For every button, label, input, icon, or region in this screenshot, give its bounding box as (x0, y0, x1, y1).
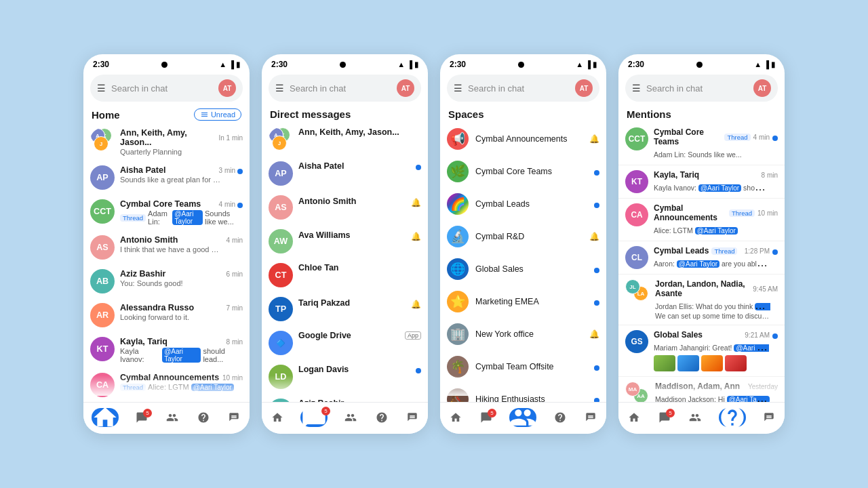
space-item[interactable]: 🔬 Cymbal R&D 🔔 (440, 220, 606, 253)
nav-item-compose[interactable] (762, 410, 776, 425)
battery-icon: ▮ (593, 60, 597, 69)
chat-item[interactable]: CCT Cymbal Core Teams 4 min Thread Adam … (83, 195, 250, 230)
mention-item[interactable]: CL Cymbal Leads Thread 1:28 PM Aaron: @A… (618, 241, 785, 274)
search-bar[interactable]: ☰ Search in chat AT (269, 75, 421, 102)
chat-name: Google Drive (298, 331, 351, 340)
menu-icon[interactable]: ☰ (275, 83, 284, 94)
thread-badge: Thread (120, 214, 146, 222)
space-name: Cymbal R&D (475, 232, 583, 241)
menu-icon[interactable]: ☰ (454, 83, 462, 94)
space-item[interactable]: 🌈 Cymbal Leads (440, 188, 606, 220)
nav-item-mentions[interactable] (196, 410, 211, 425)
nav-item-mentions[interactable] (374, 410, 389, 425)
user-avatar[interactable]: AT (397, 79, 414, 97)
search-bar[interactable]: ☰ Search in chat AT (625, 75, 778, 102)
chat-name: Ava Williams (298, 230, 351, 240)
mention-tag: @Aari Taylor (698, 184, 741, 192)
nav-item-people[interactable] (165, 410, 180, 425)
nav-item-home[interactable] (92, 408, 119, 427)
chat-content: Cymbal Announcements 10 min Thread Alice… (120, 373, 243, 391)
bell-icon[interactable]: 🔔 (411, 198, 421, 207)
chat-item[interactable]: AS Antonio Smith 4 min I think that we h… (83, 230, 250, 264)
nav-item-home[interactable] (448, 410, 463, 425)
space-icon: 🌿 (447, 161, 469, 182)
chat-name: Ann, Keith, Amy, Jason... (120, 128, 216, 147)
space-item[interactable]: 🌴 Cymbal Team Offsite (440, 350, 606, 383)
space-item[interactable]: 🥾 Hiking Enthusiasts (440, 383, 606, 402)
nav-item-chat[interactable]: 5 (300, 408, 328, 427)
chat-item[interactable]: AW Ava Williams 🔔 (262, 224, 428, 258)
chat-item[interactable]: TP Tariq Pakzad 🔔 (262, 292, 428, 326)
space-item[interactable]: ⭐ Marketing EMEA (440, 285, 606, 318)
nav-item-compose[interactable] (583, 410, 598, 425)
chat-item[interactable]: 🔷 Google Drive App (262, 326, 428, 360)
nav-item-mentions[interactable] (719, 408, 746, 427)
chat-name: Aziz Bashir (298, 399, 344, 402)
nav-item-people[interactable] (688, 410, 703, 425)
space-item[interactable]: 📢 Cymbal Announcements 🔔 (440, 123, 606, 155)
chat-name: Chloe Tan (298, 263, 339, 272)
chat-item[interactable]: AR Alessandra Russo 7 min Looking forwar… (83, 298, 250, 332)
bell-icon[interactable]: 🔔 (589, 134, 599, 144)
chat-content: Google Drive App (298, 331, 421, 341)
nav-item-home[interactable] (627, 410, 642, 425)
space-name: Cymbal Team Offsite (475, 362, 587, 371)
search-bar[interactable]: ☰ Search in chat AT (447, 75, 599, 102)
mention-tag: @Aari Taylor (162, 348, 201, 363)
menu-icon[interactable]: ☰ (97, 83, 106, 94)
mention-item[interactable]: GS Global Sales 9:21 AM Mariam Jahangiri… (618, 325, 785, 377)
mention-item[interactable]: MA AA Maddison, Adam, Ann Yesterday Madd… (618, 377, 785, 402)
user-avatar[interactable]: AT (218, 79, 236, 97)
user-avatar[interactable]: AT (575, 79, 593, 97)
mention-item[interactable]: CA Cymbal Announcements Thread 10 min Al… (618, 199, 785, 241)
nav-item-people[interactable] (509, 408, 536, 427)
nav-item-home[interactable] (270, 410, 285, 425)
mention-item[interactable]: KT Kayla, Tariq 8 min Kayla Ivanov: @Aar… (618, 165, 785, 199)
chat-preview: I think that we have a good direction to… (120, 245, 222, 253)
space-item[interactable]: 🏢 New York office 🔔 (440, 318, 606, 350)
bell-icon[interactable]: 🔔 (589, 329, 599, 339)
nav-item-chat[interactable]: 5 (657, 410, 672, 425)
wifi-icon: ▲ (219, 60, 226, 68)
space-item[interactable]: 🌐 Global Sales (440, 253, 606, 285)
chat-item[interactable]: AB Aziz Bashir 6 min You: Sounds good! (83, 264, 250, 298)
menu-icon[interactable]: ☰ (632, 83, 641, 94)
space-icon: 🥾 (447, 388, 469, 402)
chat-name: Alessandra Russo (120, 303, 194, 312)
bottom-nav: 5 (83, 402, 250, 434)
user-avatar[interactable]: AT (753, 79, 771, 97)
unread-label: Unread (211, 110, 235, 119)
nav-item-chat[interactable]: 5 (134, 410, 149, 425)
search-bar[interactable]: ☰ Search in chat AT (90, 75, 243, 102)
mention-item[interactable]: JL LA Jordan, Landon, Nadia, Asante 9:45… (618, 274, 785, 325)
bell-icon[interactable]: 🔔 (411, 232, 421, 241)
mention-line2: We can set up some time to discuss this … (655, 312, 770, 320)
chat-content: Aziz Bashir 6 min You: Sounds good! (120, 269, 243, 287)
chat-item[interactable]: A K J Ann, Keith, Amy, Jason... (262, 123, 428, 157)
nav-item-mentions[interactable] (553, 410, 568, 425)
nav-item-people[interactable] (343, 410, 358, 425)
bell-icon[interactable]: 🔔 (589, 232, 599, 241)
chat-item[interactable]: CA Cymbal Announcements 10 min Thread Al… (83, 368, 250, 402)
chat-item[interactable]: AP Aisha Patel (262, 157, 428, 190)
chat-item[interactable]: CT Chloe Tan (262, 258, 428, 292)
phone-home: 2:30 ▲ ▐ ▮ ☰ Search in chat AT Home Unre… (83, 54, 250, 434)
signal-icon: ▐ (764, 60, 769, 68)
bell-icon[interactable]: 🔔 (411, 300, 421, 309)
chat-item[interactable]: KT Kayla, Tariq 8 min Kayla Ivanov: @Aar… (83, 332, 250, 368)
mentions-list: CCT Cymbal Core Teams Thread 4 min Adam … (618, 123, 785, 402)
nav-item-compose[interactable] (405, 410, 420, 425)
mention-item[interactable]: CCT Cymbal Core Teams Thread 4 min Adam … (618, 123, 785, 165)
chat-item[interactable]: A K J Ann, Keith, Amy, Jason... In 1 min… (83, 123, 250, 161)
chat-item[interactable]: AB Aziz Bashir (262, 394, 428, 402)
space-item[interactable]: 🌿 Cymbal Core Teams (440, 155, 606, 188)
status-bar: 2:30 ▲ ▐ ▮ (262, 54, 428, 72)
chat-item[interactable]: LD Logan Davis (262, 360, 428, 394)
unread-filter[interactable]: Unread (194, 108, 241, 121)
nav-item-compose[interactable] (226, 410, 241, 425)
space-icon: 🏢 (447, 323, 469, 345)
chat-item[interactable]: AS Antonio Smith 🔔 (262, 190, 428, 224)
nav-item-chat[interactable]: 5 (479, 410, 494, 425)
space-name: New York office (475, 329, 583, 339)
chat-item[interactable]: AP Aisha Patel 3 min Sounds like a great… (83, 161, 250, 195)
